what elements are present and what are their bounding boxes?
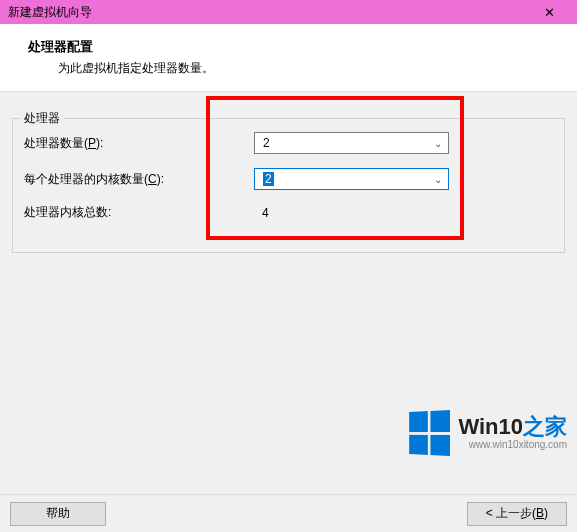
wizard-header: 处理器配置 为此虚拟机指定处理器数量。 — [0, 24, 577, 92]
total-value: 4 — [254, 206, 269, 220]
cores-label: 每个处理器的内核数量(C): — [24, 171, 254, 188]
cores-value: 2 — [263, 172, 274, 186]
back-button[interactable]: < 上一步(B) — [467, 502, 567, 526]
processors-label: 处理器数量(P): — [24, 135, 254, 152]
titlebar: 新建虚拟机向导 ✕ — [0, 0, 577, 24]
chevron-down-icon: ⌄ — [434, 174, 442, 185]
page-title: 处理器配置 — [28, 38, 567, 56]
windows-logo-icon — [410, 410, 451, 456]
processor-fieldset: 处理器 处理器数量(P): 2 ⌄ 每个处理器的内核数量(C): 2 ⌄ 处理器… — [12, 110, 565, 253]
window-title: 新建虚拟机向导 — [8, 4, 92, 21]
button-bar: 帮助 < 上一步(B) — [0, 494, 577, 532]
chevron-down-icon: ⌄ — [434, 138, 442, 149]
watermark: Win10之家 www.win10xitong.com — [404, 410, 567, 456]
page-subtitle: 为此虚拟机指定处理器数量。 — [58, 60, 567, 77]
total-row: 处理器内核总数: 4 — [24, 204, 553, 221]
watermark-url: www.win10xitong.com — [458, 440, 567, 450]
help-button[interactable]: 帮助 — [10, 502, 106, 526]
processors-combobox[interactable]: 2 ⌄ — [254, 132, 449, 154]
processors-value: 2 — [263, 136, 270, 150]
watermark-brand: Win10之家 — [458, 416, 567, 438]
cores-combobox[interactable]: 2 ⌄ — [254, 168, 449, 190]
processors-row: 处理器数量(P): 2 ⌄ — [24, 132, 553, 154]
total-label: 处理器内核总数: — [24, 204, 254, 221]
cores-row: 每个处理器的内核数量(C): 2 ⌄ — [24, 168, 553, 190]
close-icon[interactable]: ✕ — [529, 0, 569, 24]
fieldset-legend: 处理器 — [20, 110, 64, 127]
content-area: 处理器 处理器数量(P): 2 ⌄ 每个处理器的内核数量(C): 2 ⌄ 处理器… — [0, 92, 577, 498]
